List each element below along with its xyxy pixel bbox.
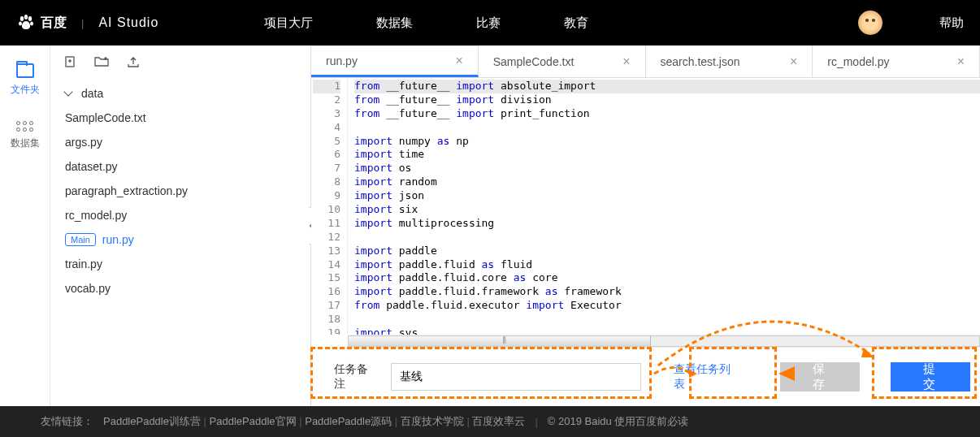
nav-links: 项目大厅 数据集 比赛 教育 — [264, 15, 588, 31]
avatar[interactable] — [858, 11, 882, 35]
footer: 友情链接： PaddlePaddle训练营 | PaddlePaddle官网 |… — [0, 406, 980, 437]
top-nav: 百度 | AI Studio 项目大厅 数据集 比赛 教育 帮助 — [0, 0, 980, 45]
nav-link-datasets[interactable]: 数据集 — [376, 15, 413, 31]
ai-studio-text: AI Studio — [98, 15, 158, 30]
horizontal-scrollbar[interactable] — [348, 335, 980, 348]
submit-button[interactable]: 提 交 — [891, 362, 970, 392]
svg-point-2 — [28, 16, 32, 21]
editor-tabs: run.py×SampleCode.txt×search.test.json×r… — [311, 45, 980, 78]
rail-files-label: 文件夹 — [11, 83, 40, 97]
bottom-bar: 任务备注 查看任务列表 保 存 提 交 — [311, 348, 980, 406]
rail-datasets-label: 数据集 — [11, 136, 40, 150]
nav-link-education[interactable]: 教育 — [564, 15, 588, 31]
brand-divider: | — [81, 17, 84, 29]
close-icon[interactable]: × — [790, 54, 797, 69]
task-label: 任务备注 — [334, 362, 379, 392]
brand-text: 百度 — [41, 15, 67, 32]
close-icon[interactable]: × — [455, 54, 462, 68]
footer-copyright: © 2019 Baidu 使用百度前必读 — [548, 414, 689, 429]
code-area[interactable]: 123456789101112131415161718192021222324 … — [311, 78, 980, 335]
baidu-logo: 百度 — [16, 13, 67, 32]
task-input-block: 任务备注 — [321, 351, 654, 403]
tree-file[interactable]: SampleCode.txt — [50, 106, 310, 130]
editor-tab[interactable]: rc_model.py× — [813, 45, 980, 77]
rail-files[interactable]: 文件夹 — [11, 63, 40, 97]
footer-link[interactable]: 百度效率云 — [472, 415, 525, 427]
paw-icon — [16, 13, 36, 32]
nav-link-competitions[interactable]: 比赛 — [476, 15, 501, 31]
upload-icon[interactable] — [127, 55, 140, 68]
tab-label: search.test.json — [661, 55, 740, 68]
footer-link[interactable]: PaddlePaddle训练营 — [103, 415, 201, 427]
file-tree: data SampleCode.txt args.py dataset.py p… — [50, 78, 310, 304]
svg-point-0 — [20, 16, 24, 21]
tree-file[interactable]: train.py — [50, 252, 310, 276]
nav-link-projects[interactable]: 项目大厅 — [264, 15, 313, 31]
svg-point-4 — [30, 22, 33, 26]
editor-tab[interactable]: run.py× — [311, 45, 479, 77]
tab-label: run.py — [326, 54, 358, 67]
save-button[interactable]: 保 存 — [780, 362, 860, 392]
main-badge: Main — [65, 233, 96, 246]
help-link[interactable]: 帮助 — [939, 15, 964, 31]
editor-panel: run.py×SampleCode.txt×search.test.json×r… — [310, 45, 980, 406]
footer-label: 友情链接： — [41, 414, 93, 429]
close-icon[interactable]: × — [957, 54, 965, 69]
editor-tab[interactable]: SampleCode.txt× — [479, 45, 646, 77]
left-rail: 文件夹 数据集 — [0, 45, 50, 406]
file-toolbar — [50, 45, 310, 78]
editor-tab[interactable]: search.test.json× — [646, 45, 813, 77]
code-content[interactable]: from __future__ import absolute_importfr… — [348, 78, 980, 335]
view-tasks-link[interactable]: 查看任务列表 — [674, 362, 742, 392]
logo-wrap[interactable]: 百度 | AI Studio — [16, 13, 158, 32]
new-file-icon[interactable] — [63, 55, 76, 68]
dataset-icon — [16, 121, 33, 132]
new-folder-icon[interactable] — [94, 55, 109, 68]
tree-file[interactable]: vocab.py — [50, 276, 310, 301]
chevron-down-icon — [63, 87, 72, 96]
tree-file-main[interactable]: Mainrun.py — [50, 227, 310, 252]
rail-datasets[interactable]: 数据集 — [11, 121, 40, 150]
svg-point-3 — [19, 22, 22, 26]
tab-label: SampleCode.txt — [493, 55, 575, 68]
tree-file[interactable]: args.py — [50, 130, 310, 154]
tree-folder-data[interactable]: data — [50, 81, 310, 106]
tab-label: rc_model.py — [827, 55, 889, 68]
footer-link[interactable]: PaddlePaddle源码 — [305, 415, 392, 427]
tree-file[interactable]: paragraph_extraction.py — [50, 179, 310, 203]
main-area: 文件夹 数据集 data SampleCode.txt args.py data… — [0, 45, 980, 406]
task-input[interactable] — [391, 363, 641, 391]
tree-file[interactable]: dataset.py — [50, 154, 310, 179]
footer-link[interactable]: 百度技术学院 — [401, 415, 464, 427]
line-gutter: 123456789101112131415161718192021222324 — [311, 78, 348, 335]
footer-link[interactable]: PaddlePaddle官网 — [210, 415, 297, 427]
svg-point-1 — [24, 15, 28, 19]
close-icon[interactable]: × — [622, 54, 630, 69]
nav-right: 帮助 — [858, 11, 964, 35]
folder-icon — [16, 63, 34, 78]
file-panel: data SampleCode.txt args.py dataset.py p… — [50, 45, 310, 406]
tree-file[interactable]: rc_model.py — [50, 203, 310, 227]
